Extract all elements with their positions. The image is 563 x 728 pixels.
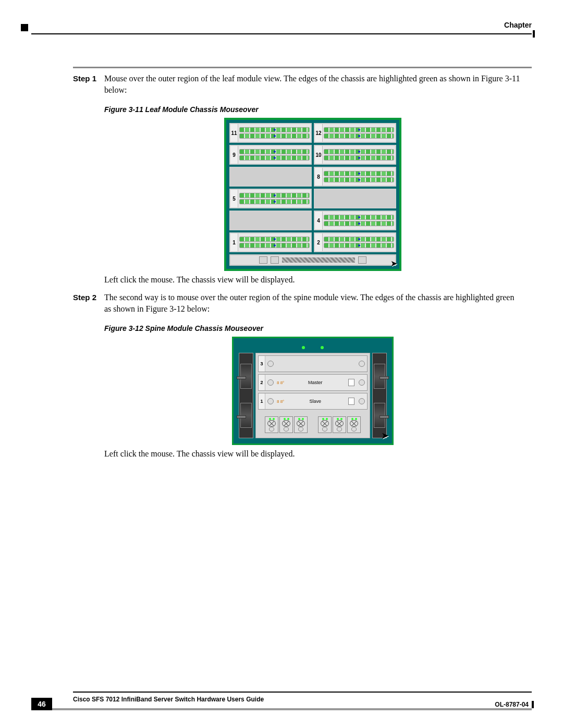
fan-blade-icon xyxy=(267,420,276,427)
spine-slot-number: 3 xyxy=(259,356,265,372)
spine-slot: 3 xyxy=(258,355,368,372)
step-text: The second way is to mouse over the oute… xyxy=(104,292,521,315)
fan-module xyxy=(347,416,361,433)
fan-icon xyxy=(358,256,366,264)
figure-3-12: 3 2 8 8° Master xyxy=(104,337,521,445)
leaf-slot: 1 xyxy=(229,232,312,252)
fan-module xyxy=(333,416,346,433)
leaf-slot-empty xyxy=(229,211,312,230)
leaf-ports xyxy=(323,233,395,251)
leaf-slot-number: 10 xyxy=(315,146,323,164)
spine-slot-indicator: 8 8° xyxy=(277,380,284,385)
leaf-slot: 4 xyxy=(314,211,396,230)
leaf-slot-number: 1 xyxy=(230,233,238,251)
footer-rule xyxy=(73,692,532,693)
leaf-ports xyxy=(238,190,311,207)
fan-blade-icon xyxy=(321,420,329,427)
footer-page-number: 46 xyxy=(31,698,52,710)
leaf-slot: 10 xyxy=(314,145,396,165)
psu-icon xyxy=(240,403,252,428)
leaf-slot: 2 xyxy=(314,232,396,252)
leaf-module-chassis-diagram: 11 12 9 10 8 5 4 1 2 xyxy=(224,118,401,271)
footer-doc-number: OL-8787-04 xyxy=(495,701,529,708)
page-icon xyxy=(348,379,354,386)
section-rule xyxy=(73,67,532,68)
step-label: Step 1 xyxy=(73,73,104,96)
leaf-slot-number: 4 xyxy=(315,212,323,229)
leaf-slot-empty xyxy=(229,167,312,187)
leaf-slot-empty xyxy=(314,189,396,208)
header-bar-icon xyxy=(533,30,535,38)
header-rule xyxy=(31,33,532,34)
leaf-slot-number: 8 xyxy=(315,168,323,186)
leaf-bottom-strip xyxy=(229,254,396,266)
spine-center: 3 2 8 8° Master xyxy=(255,353,370,438)
step-text: Mouse over the outer region of the leaf … xyxy=(104,73,521,96)
step-row: Step 2 The second way is to mouse over t… xyxy=(73,292,521,315)
fan-blade-icon xyxy=(335,420,344,427)
leaf-slot-number: 11 xyxy=(230,124,238,142)
leaf-ports xyxy=(323,124,395,142)
figure-after-text: Left click the mouse. The chassis view w… xyxy=(104,448,521,460)
screw-icon xyxy=(267,398,274,404)
leaf-slot-number: 9 xyxy=(230,146,238,164)
spine-slot-indicator: 8 8° xyxy=(277,399,284,404)
leaf-slot-number: 5 xyxy=(230,190,238,207)
step-row: Step 1 Mouse over the outer region of th… xyxy=(73,73,521,96)
psu-icon xyxy=(240,364,252,389)
cursor-arrow-icon: ➤ xyxy=(381,431,389,440)
leaf-ports xyxy=(238,124,311,142)
step-label: Step 2 xyxy=(73,292,104,315)
footer-page-bar xyxy=(52,708,532,710)
figure-3-11: 11 12 9 10 8 5 4 1 2 xyxy=(104,118,521,271)
leaf-slot-number: 12 xyxy=(315,124,323,142)
document-page: Chapter Step 1 Mouse over the outer regi… xyxy=(0,0,563,728)
led-icon xyxy=(302,346,305,349)
fan-icon xyxy=(259,256,267,264)
screw-icon xyxy=(267,361,274,367)
screw-icon xyxy=(359,398,365,404)
page-icon xyxy=(348,398,354,405)
fan-module xyxy=(318,416,332,433)
leaf-ports xyxy=(238,146,311,164)
footer-bar-icon xyxy=(532,701,534,708)
leaf-slot: 5 xyxy=(229,189,312,208)
fan-module xyxy=(265,416,278,433)
leaf-ports xyxy=(323,168,395,186)
cursor-arrow-icon: ➤ xyxy=(390,260,397,268)
spine-slot-label: Slave xyxy=(284,399,346,404)
leaf-slot: 11 xyxy=(229,123,312,143)
page-header: Chapter xyxy=(21,21,532,33)
spine-module-chassis-diagram: 3 2 8 8° Master xyxy=(232,337,394,445)
psu-icon xyxy=(374,364,385,389)
page-body: Step 1 Mouse over the outer region of th… xyxy=(73,73,521,466)
spine-slot-label: Master xyxy=(284,380,346,385)
screw-icon xyxy=(267,379,274,386)
leaf-module-grid: 11 12 9 10 8 5 4 1 2 xyxy=(229,123,396,252)
leaf-ports xyxy=(323,212,395,229)
fan-icon xyxy=(271,256,279,264)
spine-slot-number: 1 xyxy=(259,393,265,409)
spine-fan-row xyxy=(258,412,368,436)
leaf-slot: 12 xyxy=(314,123,396,143)
leaf-slot: 8 xyxy=(314,167,396,187)
leaf-ports xyxy=(323,146,395,164)
power-supply-left xyxy=(239,353,253,438)
screw-icon xyxy=(359,379,365,386)
chapter-label: Chapter xyxy=(504,21,532,29)
screw-icon xyxy=(359,361,365,367)
power-supply-right xyxy=(372,353,387,438)
fan-blade-icon xyxy=(350,420,358,427)
fan-module xyxy=(279,416,293,433)
leaf-ports xyxy=(238,233,311,251)
header-marker xyxy=(21,24,28,31)
fan-blade-icon xyxy=(297,420,305,427)
led-icon xyxy=(321,346,324,349)
fan-module xyxy=(294,416,308,433)
spine-body: 3 2 8 8° Master xyxy=(239,353,387,438)
leaf-slot: 9 xyxy=(229,145,312,165)
spine-slot: 2 8 8° Master xyxy=(258,374,368,391)
figure-after-text: Left click the mouse. The chassis view w… xyxy=(104,274,521,286)
spine-top-leds xyxy=(239,343,387,352)
vent-icon xyxy=(282,257,355,263)
